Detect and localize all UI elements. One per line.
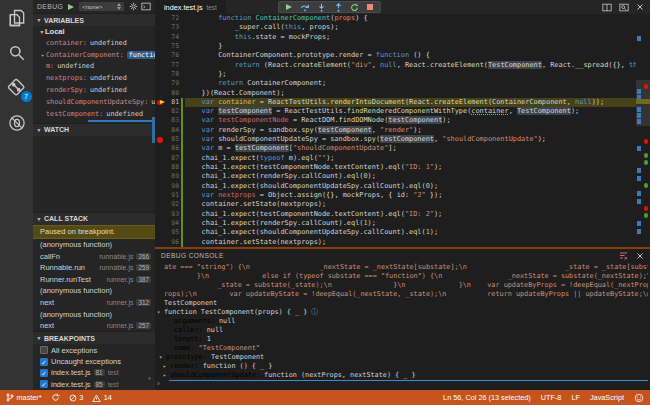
gutter-glyph[interactable] <box>155 135 166 144</box>
breakpoint-row[interactable]: All exceptions <box>33 344 155 355</box>
stop-icon[interactable] <box>367 4 373 10</box>
gutter-glyph[interactable] <box>155 70 166 79</box>
gutter-glyph[interactable] <box>155 14 166 23</box>
split-editor-icon[interactable] <box>602 3 612 12</box>
gutter-glyph[interactable] <box>155 107 166 116</box>
variable-row[interactable]: container:undefined <box>33 37 155 49</box>
gutter-glyph[interactable] <box>155 89 166 98</box>
breakpoint-checkbox[interactable]: ✓ <box>40 358 48 366</box>
breakpoint-checkbox[interactable]: ✓ <box>40 380 48 388</box>
gear-icon[interactable] <box>129 2 138 11</box>
code-line[interactable]: 76 ContainerComponent.prototype.render =… <box>155 51 636 60</box>
code-line[interactable]: 73 _super.call(this, props); <box>155 23 636 32</box>
gutter-glyph[interactable] <box>155 23 166 32</box>
code-line[interactable]: 83 var testComponentNode = ReactDOM.find… <box>155 116 636 125</box>
breakpoint-checkbox[interactable]: ✓ <box>40 369 48 377</box>
gutter-glyph[interactable] <box>155 210 166 219</box>
watch-section-header[interactable]: ▾ WATCH <box>33 123 155 136</box>
gutter-glyph[interactable] <box>155 219 166 228</box>
console-line[interactable]: ▾prototype: TestComponent <box>157 353 648 362</box>
eol[interactable]: LF <box>571 393 580 402</box>
cursor-position[interactable]: Ln 56, Col 26 (13 selected) <box>443 393 531 402</box>
console-line[interactable]: arguments: null <box>157 317 648 326</box>
console-output[interactable]: ate === "string") {\n _nextState = _next… <box>157 263 648 379</box>
code-line[interactable]: 93 chai_1.expect(testComponentNode.textC… <box>155 210 636 219</box>
call-stack-frame[interactable]: callFnrunnable.js266 <box>33 250 155 262</box>
console-line[interactable]: caller: null <box>157 326 648 335</box>
gutter-glyph[interactable] <box>155 172 166 181</box>
call-stack-frame[interactable]: (anonymous function) <box>33 239 155 251</box>
call-stack-frame[interactable]: nextrunner.js312 <box>33 297 155 309</box>
gutter-glyph[interactable] <box>155 42 166 51</box>
gutter-glyph[interactable] <box>155 116 166 125</box>
console-line[interactable]: name: "TestComponent" <box>157 344 648 353</box>
code-line[interactable]: 89 chai_1.expect(renderSpy.callCount).eq… <box>155 172 636 181</box>
console-input[interactable] <box>169 380 648 389</box>
variable-row[interactable]: shouldComponentUpdateSpy:undefi… <box>33 96 155 108</box>
code-line[interactable]: 77 return (React.createElement("div", nu… <box>155 61 636 70</box>
gutter-glyph[interactable] <box>155 154 166 163</box>
clear-console-icon[interactable] <box>619 251 628 260</box>
variables-section-header[interactable]: ▾ VARIABLES <box>33 13 155 26</box>
code-line[interactable]: 92 container.setState(nextprops); <box>155 200 636 209</box>
code-line[interactable]: 80 })(React.Component); <box>155 89 636 98</box>
search-icon[interactable] <box>7 43 27 63</box>
warnings-item[interactable]: 14 <box>92 393 112 402</box>
encoding[interactable]: UTF-8 <box>541 393 562 402</box>
console-line[interactable]: TestComponent <box>157 299 648 308</box>
gutter-glyph[interactable] <box>155 144 166 153</box>
close-panel-icon[interactable] <box>636 252 644 260</box>
gutter-glyph[interactable] <box>155 79 166 88</box>
code-line[interactable]: 90 chai_1.expect(shouldComponentUpdateSp… <box>155 182 636 191</box>
code-line[interactable]: 95 chai_1.expect(shouldComponentUpdateSp… <box>155 228 636 237</box>
debug-config-select[interactable]: <none> <box>79 2 124 11</box>
call-stack-frame[interactable]: (anonymous function) <box>33 308 155 320</box>
step-out-icon[interactable] <box>334 3 343 12</box>
start-debug-button[interactable] <box>68 4 74 10</box>
variable-row[interactable]: ▸ContainerComponent:function Con… <box>33 49 155 61</box>
code-line[interactable]: 85 var shouldComponentUpdateSpy = sandbo… <box>155 135 636 144</box>
code-line[interactable]: 88 chai_1.expect(testComponentNode.textC… <box>155 163 636 172</box>
code-line[interactable]: 72 function ContainerComponent(props) { <box>155 14 636 23</box>
code-line[interactable]: 78 }; <box>155 70 636 79</box>
breakpoints-section-header[interactable]: ▾ BREAKPOINTS <box>33 331 155 344</box>
call-stack-frame[interactable]: nextrunner.js257 <box>33 320 155 332</box>
code-line[interactable]: 87 chai_1.expect(typeof m).eql(""); <box>155 154 636 163</box>
gutter-glyph[interactable] <box>155 126 166 135</box>
variable-row[interactable]: nextprops:undefined <box>33 72 155 84</box>
gutter-glyph[interactable] <box>155 228 166 237</box>
git-branch-item[interactable]: master* <box>6 393 42 402</box>
debug-icon[interactable] <box>7 113 27 133</box>
sync-item[interactable] <box>51 393 60 402</box>
breakpoint-row[interactable]: ✓index.test.js81test <box>33 367 155 378</box>
breakpoint-checkbox[interactable] <box>40 346 48 354</box>
tab-index-test-js[interactable]: index.test.js test <box>155 0 226 14</box>
gutter-glyph[interactable] <box>155 200 166 209</box>
gutter-glyph[interactable] <box>155 163 166 172</box>
call-stack-frame[interactable]: (anonymous function) <box>33 285 155 297</box>
variable-row[interactable]: renderSpy:undefined <box>33 84 155 96</box>
gutter-glyph[interactable] <box>155 51 166 60</box>
restart-icon[interactable] <box>350 3 359 12</box>
code-line[interactable]: 82 var testComponent = ReactTestUtils.fi… <box>155 107 636 116</box>
breakpoint-row[interactable]: ✓Uncaught exceptions <box>33 356 155 367</box>
scope-local[interactable]: ▾ Local <box>33 26 155 37</box>
code-editor[interactable]: 72 function ContainerComponent(props) {7… <box>155 14 636 249</box>
code-line[interactable]: 81 var container = ReactTestUtils.render… <box>155 98 636 107</box>
step-over-icon[interactable] <box>300 3 310 12</box>
code-line[interactable]: 84 var renderSpy = sandbox.spy(testCompo… <box>155 126 636 135</box>
console-line[interactable]: }\n else if (typeof substate === "functi… <box>157 272 648 281</box>
code-line[interactable]: 91 var nextprops = Object.assign({}, moc… <box>155 191 636 200</box>
console-line[interactable]: _state = substate(_state);\n }\n }\n var… <box>157 281 648 290</box>
code-line[interactable]: 79 return ContainerComponent; <box>155 79 636 88</box>
errors-item[interactable]: 3 <box>69 393 84 402</box>
code-line[interactable]: 75 } <box>155 42 636 51</box>
step-into-icon[interactable] <box>317 3 326 12</box>
code-line[interactable]: 94 chai_1.expect(renderSpy.callCount).eq… <box>155 219 636 228</box>
call-stack-frame[interactable]: Runner.runTestrunner.js387 <box>33 273 155 285</box>
source-control-icon[interactable]: 7 <box>7 78 27 98</box>
code-line[interactable]: 86 var m = testComponent["shouldComponen… <box>155 144 636 153</box>
continue-icon[interactable] <box>286 4 292 10</box>
breakpoint-row[interactable]: ✓index.test.js85test <box>33 379 155 390</box>
gutter-glyph[interactable] <box>155 33 166 42</box>
